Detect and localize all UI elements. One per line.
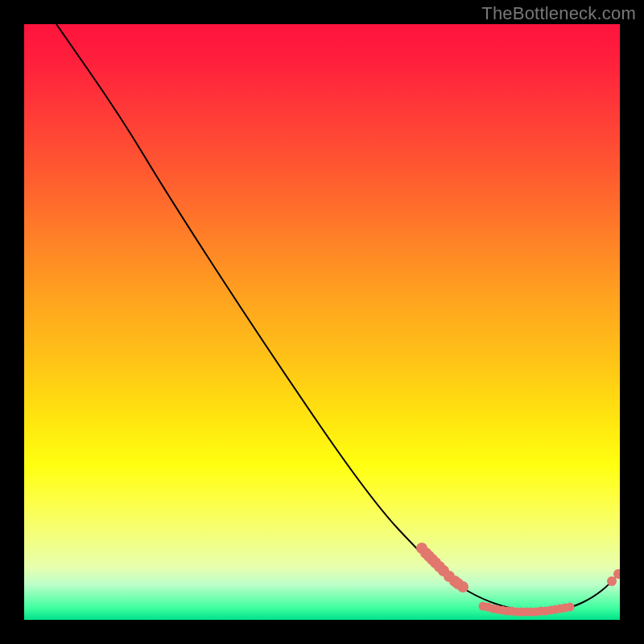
data-point: [566, 603, 575, 612]
data-markers: [416, 543, 620, 617]
plot-area: [24, 24, 620, 620]
curve-layer: [24, 24, 620, 620]
data-point: [457, 581, 469, 592]
data-point: [607, 576, 617, 586]
watermark-text: TheBottleneck.com: [481, 3, 636, 24]
chart-frame: TheBottleneck.com: [0, 0, 644, 644]
bottleneck-curve: [56, 24, 620, 611]
